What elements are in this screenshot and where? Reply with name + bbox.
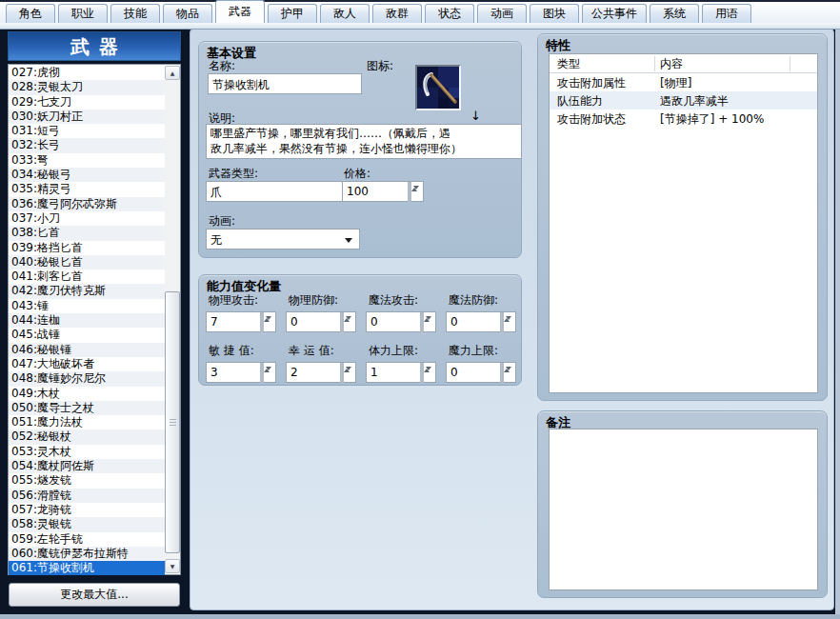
list-item[interactable]: 028:灵银太刀 [9, 80, 165, 94]
stats-grid: 物理攻击: 7 物理防御: 0 魔法 [206, 292, 526, 383]
tab[interactable]: 用语 [702, 4, 751, 23]
list-item[interactable]: 038:匕首 [9, 226, 165, 240]
list-item[interactable]: 057:龙骑铳 [9, 503, 165, 517]
spinner-buttons [260, 364, 274, 381]
list-item[interactable]: 050:魔导士之杖 [9, 401, 165, 415]
weapon-icon-picker[interactable] [415, 65, 461, 110]
tab[interactable]: 图块 [530, 4, 579, 23]
tab[interactable]: 技能 [110, 4, 160, 23]
tab[interactable]: 角色 [6, 4, 55, 23]
spinner-buttons [340, 313, 354, 330]
tab[interactable]: 公共事件 [582, 4, 647, 23]
list-item[interactable]: 043:锤 [9, 299, 165, 313]
list-item[interactable]: 046:秘银锤 [9, 343, 165, 357]
list-item[interactable]: 034:秘银弓 [9, 168, 165, 182]
stat-label: 物理防御: [289, 292, 366, 309]
tab[interactable]: 敌群 [372, 4, 422, 23]
spin-down-icon[interactable] [410, 182, 411, 202]
list-item[interactable]: 044:连枷 [9, 313, 165, 328]
list-item[interactable]: 039:格挡匕首 [9, 241, 165, 255]
list-item[interactable]: 058:灵银铳 [9, 517, 165, 531]
animation-dropdown[interactable]: 无 [206, 229, 360, 250]
stat-spinner[interactable]: 0 [286, 311, 356, 332]
stat-spinner[interactable]: 7 [206, 311, 276, 332]
stat-spinner[interactable]: 0 [446, 311, 516, 332]
list-item[interactable]: 045:战锤 [9, 328, 165, 342]
feature-row[interactable]: 队伍能力 遇敌几率减半 [550, 91, 817, 110]
feature-row[interactable]: 攻击附加状态 [节操掉了] + 100% [550, 110, 817, 128]
tab[interactable]: 系统 [650, 4, 699, 23]
list-item[interactable]: 040:秘银匕首 [9, 255, 165, 270]
spin-down-icon[interactable] [502, 312, 504, 332]
spin-down-icon[interactable] [342, 312, 344, 332]
stat-spinner[interactable]: 0 [446, 362, 516, 383]
list-item[interactable]: 061:节操收割机 [9, 561, 165, 575]
weapon-type-dropdown[interactable]: 爪 [206, 181, 360, 202]
list-scrollbar[interactable]: ▲ ▼ [165, 66, 180, 573]
stat-spinner[interactable]: 1 [366, 362, 436, 383]
list-item[interactable]: 041:刺客匕首 [9, 270, 165, 284]
tab[interactable]: 职业 [58, 4, 108, 23]
feature-content: [物理] [660, 75, 691, 91]
spin-down-icon[interactable] [262, 363, 264, 383]
features-table-header: 类型 内容 [550, 54, 817, 73]
list-item[interactable]: 033:弩 [9, 153, 165, 168]
name-label: 名称: [209, 58, 235, 74]
list-item[interactable]: 056:滑膛铳 [9, 489, 165, 503]
tab[interactable]: 护甲 [268, 4, 317, 23]
scrollbar-thumb[interactable] [165, 291, 180, 553]
list-item[interactable]: 035:精灵弓 [9, 182, 165, 196]
stat-cell: 魔法攻击: 0 [366, 292, 446, 332]
stat-cell: 魔法防御: 0 [446, 292, 526, 332]
stat-label: 幸 运 值: [289, 343, 366, 359]
tab[interactable]: 状态 [425, 4, 474, 23]
column-separator [654, 56, 655, 71]
list-item[interactable]: 060:魔铳伊瑟布拉斯特 [9, 547, 165, 561]
list-item[interactable]: 032:长弓 [9, 138, 165, 152]
list-item[interactable]: 031:短弓 [9, 124, 165, 138]
stat-spinner[interactable]: 3 [206, 362, 276, 383]
feature-type: 攻击附加状态 [557, 111, 626, 128]
list-item[interactable]: 052:秘银杖 [9, 429, 165, 444]
change-maximum-button[interactable]: 更改最大值... [9, 583, 180, 607]
spin-down-icon[interactable] [262, 312, 264, 332]
list-item[interactable]: 030:妖刀村正 [9, 110, 165, 124]
list-item[interactable]: 055:燧发铳 [9, 473, 165, 488]
list-item[interactable]: 054:魔杖阿佐斯 [9, 459, 165, 473]
column-header-content: 内容 [660, 56, 683, 72]
description-textarea[interactable]: 哪里盛产节操，哪里就有我们……（佩戴后，遇 敌几率减半，果然没有节操，连小怪也懒… [206, 124, 522, 159]
weapon-listbox[interactable]: 027:虎彻028:灵银太刀029:七支刀030:妖刀村正031:短弓032:长… [8, 64, 181, 575]
spin-down-icon[interactable] [502, 363, 504, 383]
tab[interactable]: 动画 [477, 4, 527, 23]
list-item[interactable]: 027:虎彻 [9, 66, 165, 80]
sickle-weapon-icon [417, 67, 459, 109]
stat-label: 敏 捷 值: [209, 343, 286, 359]
note-textarea[interactable] [549, 429, 818, 590]
name-input[interactable]: 节操收割机 [208, 73, 362, 94]
list-item[interactable]: 036:魔弓阿尔忒弥斯 [9, 197, 165, 211]
list-item[interactable]: 047:大地破坏者 [9, 357, 165, 371]
scroll-down-icon[interactable]: ▼ [165, 559, 180, 573]
spin-down-icon[interactable] [422, 312, 424, 332]
list-item[interactable]: 029:七支刀 [9, 95, 165, 110]
features-table[interactable]: 类型 内容 攻击附加属性 [物理] 队伍能力 遇敌几率减半 攻击附加状态 [节操… [549, 53, 818, 393]
list-item[interactable]: 037:小刀 [9, 211, 165, 226]
stat-value: 3 [210, 366, 218, 379]
scroll-up-icon[interactable]: ▲ [165, 66, 180, 80]
price-spinner[interactable]: 100 [342, 181, 424, 202]
stat-spinner[interactable]: 2 [286, 362, 356, 383]
tab[interactable]: 武器 [215, 0, 265, 23]
list-item[interactable]: 051:魔力法杖 [9, 415, 165, 429]
spin-down-icon[interactable] [422, 363, 424, 383]
list-item[interactable]: 048:魔锤妙尔尼尔 [9, 371, 165, 386]
list-item[interactable]: 053:灵木杖 [9, 445, 165, 459]
list-item[interactable]: 042:魔刃伏特克斯 [9, 284, 165, 298]
stat-spinner[interactable]: 0 [366, 311, 436, 332]
tab[interactable]: 敌人 [320, 4, 370, 23]
tab[interactable]: 物品 [163, 4, 212, 23]
feature-row[interactable]: 攻击附加属性 [物理] [550, 73, 817, 91]
list-item[interactable]: 049:木杖 [9, 387, 165, 401]
list-item[interactable]: 059:左轮手铳 [9, 532, 165, 547]
column-header-type: 类型 [557, 56, 580, 72]
spin-down-icon[interactable] [342, 363, 344, 383]
